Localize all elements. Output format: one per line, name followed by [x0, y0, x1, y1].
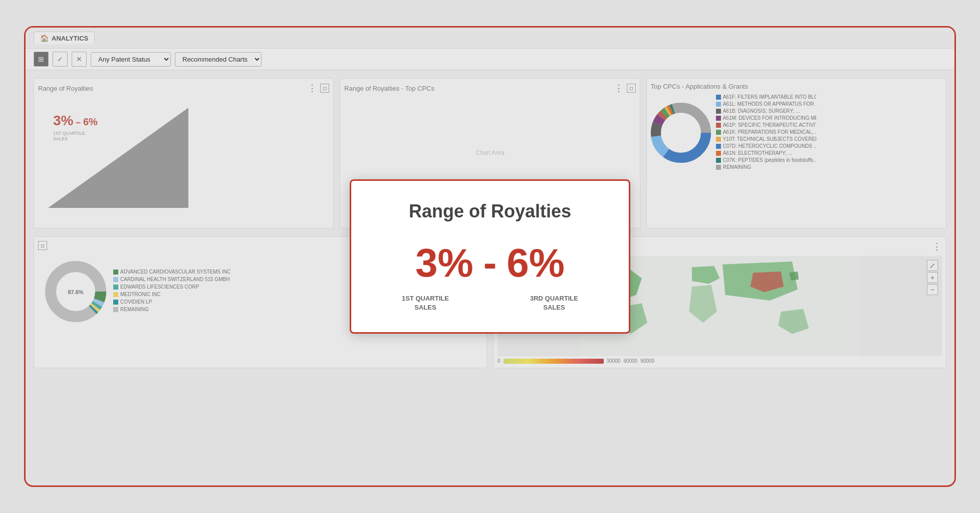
main-container: 🏠 ANALYTICS ⊞ ✓ ✕ Any Patent Status Reco…	[24, 26, 956, 487]
modal-low-label: 1ST QUARTILE SALES	[402, 294, 449, 312]
modal-labels: 1ST QUARTILE SALES 3RD QUARTILE SALES	[381, 294, 599, 312]
modal-high-label: 3RD QUARTILE SALES	[530, 294, 578, 312]
modal-value-low: 3%	[415, 240, 473, 286]
modal-overlay: Range of Royalties 3% - 6% 1ST QUARTILE …	[26, 28, 954, 485]
modal-range: 3% - 6%	[381, 240, 599, 286]
modal-low-label-text: 1ST QUARTILE SALES	[402, 294, 449, 312]
modal-separator: -	[483, 243, 497, 283]
modal-title: Range of Royalties	[381, 201, 599, 222]
modal-high-label-text: 3RD QUARTILE SALES	[530, 294, 578, 312]
modal-value-high: 6%	[507, 240, 565, 286]
royalties-modal: Range of Royalties 3% - 6% 1ST QUARTILE …	[350, 179, 630, 334]
